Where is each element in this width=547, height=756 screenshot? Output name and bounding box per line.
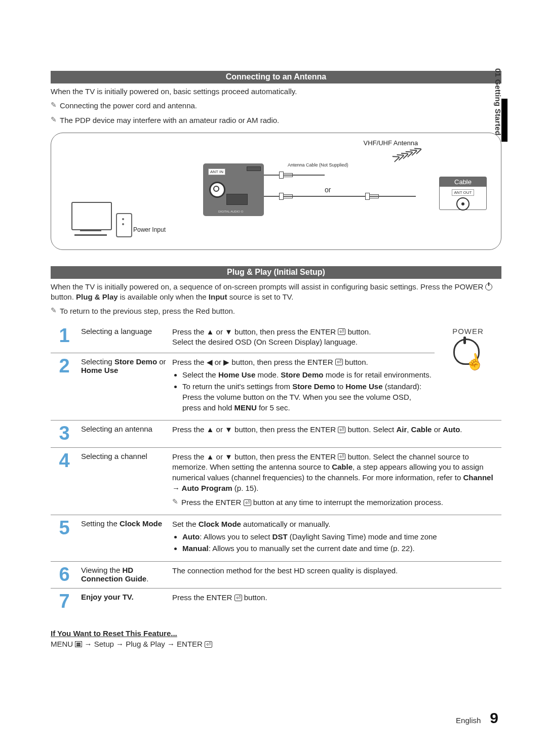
intro-input: Input bbox=[209, 292, 227, 301]
reset-part: → Setup → Plug & Play → ENTER bbox=[85, 640, 205, 648]
step-number: 5 bbox=[51, 515, 78, 561]
page-number: 9 bbox=[490, 709, 498, 727]
step-number: 7 bbox=[51, 589, 78, 615]
reset-part: MENU bbox=[51, 640, 75, 648]
section-heading-antenna: Connecting to an Antenna bbox=[51, 71, 501, 83]
intro-part: button. bbox=[51, 292, 76, 301]
digital-audio-label: DIGITAL AUDIO O bbox=[218, 210, 243, 213]
step-description: The connection method for the best HD sc… bbox=[169, 562, 501, 589]
step-title: Setting the Clock Mode bbox=[78, 515, 169, 561]
cable-line bbox=[375, 196, 416, 197]
step-title: Selecting Store Demo or Home Use bbox=[78, 353, 169, 420]
step-title: Selecting a channel bbox=[78, 447, 169, 515]
note-text: The PDP device may interfere with an ama… bbox=[60, 115, 279, 125]
intro-part: is available only when the bbox=[120, 292, 209, 301]
antenna-intro: When the TV is initially powered on, bas… bbox=[51, 87, 501, 97]
power-button-icon: ☝ bbox=[451, 339, 485, 372]
step-row: 7Enjoy your TV.Press the ENTER ⏎ button. bbox=[51, 589, 501, 615]
enter-glyph-icon: ⏎ bbox=[335, 359, 343, 365]
enter-glyph-icon: ⏎ bbox=[338, 453, 345, 460]
connector-icon bbox=[279, 193, 297, 200]
step-description: Set the Clock Mode automatically or manu… bbox=[169, 515, 501, 561]
thumb-index-marker bbox=[501, 99, 507, 142]
manual-page: 01 Getting Started Connecting to an Ante… bbox=[0, 0, 547, 756]
cable-caption: Cable bbox=[440, 177, 486, 187]
antenna-diagram: Power Input ANT IN DIGITAL AUDIO O VHF/U… bbox=[51, 133, 501, 250]
step-description: Press the ▲ or ▼ button, then press the … bbox=[169, 323, 435, 353]
step-title: Selecting a language bbox=[78, 323, 169, 353]
intro-part: source is set to TV. bbox=[229, 292, 294, 301]
tv-icon bbox=[65, 202, 116, 240]
note-text: To return to the previous step, press th… bbox=[60, 306, 235, 316]
step-number: 3 bbox=[51, 421, 78, 447]
step-title: Viewing the HD Connection Guide. bbox=[78, 562, 169, 589]
menu-glyph-icon bbox=[75, 641, 82, 647]
power-glyph-icon bbox=[485, 283, 492, 290]
enter-glyph-icon: ⏎ bbox=[338, 427, 345, 433]
connector-icon bbox=[279, 172, 297, 179]
step-row: 4Selecting a channelPress the ▲ or ▼ but… bbox=[51, 447, 501, 515]
step-description: Press the ▲ or ▼ button, then press the … bbox=[169, 421, 501, 447]
coax-port-icon bbox=[209, 182, 225, 198]
page-footer: English 9 bbox=[456, 709, 498, 727]
enter-glyph-icon: ⏎ bbox=[338, 328, 345, 335]
note-row: ✎ To return to the previous step, press … bbox=[51, 306, 501, 316]
step-number: 1 bbox=[51, 323, 78, 353]
ant-in-label: ANT IN bbox=[208, 169, 225, 175]
enter-glyph-icon: ⏎ bbox=[205, 641, 212, 648]
step-description: Press the ENTER ⏎ button. bbox=[169, 589, 501, 615]
step-row: 1Selecting a languagePress the ▲ or ▼ bu… bbox=[51, 323, 501, 353]
enter-glyph-icon: ⏎ bbox=[244, 499, 251, 506]
or-label: or bbox=[325, 186, 331, 194]
step-row: 5Setting the Clock ModeSet the Clock Mod… bbox=[51, 515, 501, 561]
power-plug-icon bbox=[116, 213, 132, 237]
step-row: 6Viewing the HD Connection Guide.The con… bbox=[51, 562, 501, 589]
section-heading-plugplay: Plug & Play (Initial Setup) bbox=[51, 266, 501, 279]
power-input-label: Power Input bbox=[133, 226, 166, 233]
step-description: Press the ▲ or ▼ button, then press the … bbox=[169, 447, 501, 515]
reset-path: MENU → Setup → Plug & Play → ENTER ⏎ bbox=[51, 640, 501, 648]
step-number: 4 bbox=[51, 447, 78, 515]
note-text: Connecting the power cord and antenna. bbox=[60, 101, 197, 111]
note-icon: ✎ bbox=[51, 101, 57, 109]
note-icon: ✎ bbox=[51, 307, 57, 314]
cable-box: Cable ANT OUT bbox=[439, 177, 487, 210]
steps-table: 1Selecting a languagePress the ▲ or ▼ bu… bbox=[51, 323, 501, 615]
enter-glyph-icon: ⏎ bbox=[235, 595, 242, 601]
step-description: Press the ◀ or ▶ button, then press the … bbox=[169, 353, 435, 420]
intro-bold: Plug & Play bbox=[76, 292, 118, 301]
coax-out-icon bbox=[456, 197, 470, 211]
plugplay-intro: When the TV is initially powered on, a s… bbox=[51, 282, 501, 303]
antenna-cable-label: Antenna Cable (Not Supplied) bbox=[287, 162, 349, 167]
intro-part: When the TV is initially powered on, a s… bbox=[51, 282, 485, 291]
note-icon: ✎ bbox=[51, 116, 57, 123]
step-title: Selecting an antenna bbox=[78, 421, 169, 447]
ant-out-label: ANT OUT bbox=[452, 189, 475, 196]
remote-illustration: POWER☝ bbox=[435, 323, 501, 421]
tv-rear-panel: ANT IN DIGITAL AUDIO O bbox=[203, 163, 264, 216]
step-row: 3Selecting an antennaPress the ▲ or ▼ bu… bbox=[51, 421, 501, 447]
note-row: ✎ The PDP device may interfere with an a… bbox=[51, 115, 501, 125]
step-row: 2Selecting Store Demo or Home UsePress t… bbox=[51, 353, 501, 420]
note-row: ✎ Connecting the power cord and antenna. bbox=[51, 101, 501, 111]
reset-heading: If You Want to Reset This Feature... bbox=[51, 629, 501, 638]
footer-language: English bbox=[456, 716, 481, 725]
step-number: 2 bbox=[51, 353, 78, 420]
step-number: 6 bbox=[51, 562, 78, 589]
remote-power-label: POWER bbox=[438, 327, 498, 335]
antenna-icon: VHF/UHF Antenna >>>>>> bbox=[362, 139, 420, 162]
step-title: Enjoy your TV. bbox=[78, 589, 169, 615]
